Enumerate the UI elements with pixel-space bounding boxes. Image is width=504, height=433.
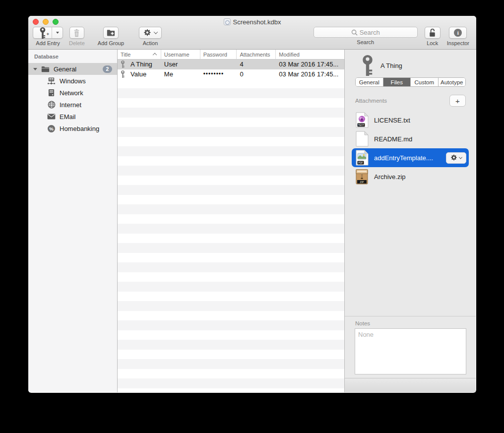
tab-custom[interactable]: Custom <box>411 78 439 86</box>
key-icon <box>121 61 125 68</box>
add-entry-dropdown[interactable] <box>52 27 63 38</box>
attachment-row-archive[interactable]: ZIP Archive.zip <box>352 167 469 186</box>
folder-icon <box>41 66 50 72</box>
chevron-down-icon <box>459 155 462 159</box>
inspector-panel: A Thing General Files Custom Autotype At… <box>345 50 476 392</box>
action-button[interactable] <box>139 27 162 39</box>
sidebar-item-email[interactable]: EMail <box>28 111 117 123</box>
entry-password: •••••••• <box>200 70 237 77</box>
inspector-header: A Thing <box>345 50 476 75</box>
lock-open-icon <box>429 28 436 37</box>
chevron-down-icon <box>154 30 158 34</box>
document-file-icon <box>355 131 369 147</box>
tab-autotype[interactable]: Autotype <box>439 78 466 86</box>
entry-table: Title Username Password Attachments Modi… <box>118 50 345 392</box>
entry-attachments-count: 4 <box>237 61 276 68</box>
attachment-row-readme[interactable]: README.md <box>352 129 469 148</box>
delete-button[interactable] <box>69 27 84 39</box>
search-input[interactable]: Search <box>314 27 418 38</box>
lock-button[interactable] <box>425 27 441 39</box>
notes-label: Notes <box>355 320 370 326</box>
folder-plus-icon <box>107 29 115 36</box>
globe-icon <box>47 101 56 109</box>
inspector-entry-title: A Thing <box>380 62 402 69</box>
sort-ascending-icon <box>153 53 157 57</box>
content: Database General 2 <box>28 50 476 392</box>
attachments-label: Attachments <box>355 98 387 104</box>
sidebar-item-windows[interactable]: Windows <box>28 75 117 87</box>
gear-icon <box>143 29 151 37</box>
trash-icon <box>73 29 80 37</box>
sidebar-item-network[interactable]: Network <box>28 87 117 99</box>
disclosure-triangle-icon[interactable] <box>33 68 37 70</box>
svg-text:ZIP: ZIP <box>360 180 364 183</box>
entry-modified: 03 Mar 2016 17:45... <box>276 61 344 68</box>
inspector-tabs: General Files Custom Autotype <box>355 77 466 87</box>
percent-icon: % <box>47 124 56 133</box>
lock-label: Lock <box>427 40 438 46</box>
empty-rows-area <box>118 79 344 392</box>
inspector-button[interactable]: i <box>449 27 467 39</box>
inspector-label: Inspector <box>447 40 469 46</box>
key-plus-icon[interactable]: + <box>33 27 52 38</box>
add-group-button[interactable] <box>103 27 119 39</box>
attachment-name: LICENSE.txt <box>374 117 466 124</box>
workgroup-icon <box>47 77 56 85</box>
attachment-row-license[interactable]: TEXT LICENSE.txt <box>352 111 469 129</box>
column-header-title[interactable]: Title <box>118 50 161 59</box>
sidebar-item-label: EMail <box>60 113 76 121</box>
app-window: Screenshot.kdbx + Add Entry <box>28 16 476 393</box>
attachment-name: Archive.zip <box>374 173 466 181</box>
svg-text:TEXT: TEXT <box>358 124 364 126</box>
sidebar-item-homebanking[interactable]: % Homebanking <box>28 123 117 134</box>
sidebar-item-label: Network <box>60 89 83 97</box>
toolbar-buttons-row: + Add Entry Delete <box>28 27 476 48</box>
add-entry-label: Add Entry <box>36 40 60 46</box>
delete-label: Delete <box>69 40 85 46</box>
sidebar-item-label: Windows <box>60 77 86 85</box>
zip-file-icon: ZIP <box>355 169 369 185</box>
table-row[interactable]: Value Me •••••••• 0 03 Mar 2016 17:45... <box>118 69 344 79</box>
column-header-username[interactable]: Username <box>161 50 200 59</box>
svg-text:PDF: PDF <box>358 162 363 164</box>
column-header-attachments[interactable]: Attachments <box>237 50 276 59</box>
sidebar-item-internet[interactable]: Internet <box>28 99 117 111</box>
sidebar-item-label: Homebanking <box>60 125 99 132</box>
entry-modified: 03 Mar 2016 17:45... <box>276 70 344 78</box>
tab-general[interactable]: General <box>356 78 383 86</box>
attachment-name: addEntryTemplate.... <box>374 154 446 162</box>
key-icon <box>361 55 374 76</box>
entry-count-badge: 2 <box>103 65 112 73</box>
add-entry-button[interactable]: + <box>33 27 63 39</box>
envelope-icon <box>47 113 56 121</box>
document-icon <box>224 18 231 25</box>
server-icon <box>47 89 56 97</box>
add-group-label: Add Group <box>98 40 124 46</box>
titlebar: Screenshot.kdbx <box>28 18 476 26</box>
entry-username: User <box>161 61 200 68</box>
column-header-modified[interactable]: Modified <box>276 50 344 59</box>
text-file-icon: TEXT <box>355 112 369 128</box>
attachment-name: README.md <box>374 135 466 143</box>
attachments-list: TEXT LICENSE.txt README.md <box>352 111 469 186</box>
divider <box>345 316 476 316</box>
toolbar: Screenshot.kdbx + Add Entry <box>28 16 476 50</box>
attachment-row-addentrytemplate[interactable]: PDF addEntryTemplate.... <box>352 148 469 167</box>
add-attachment-button[interactable]: + <box>449 95 466 107</box>
notes-input[interactable] <box>355 328 466 374</box>
search-placeholder: Search <box>360 29 380 36</box>
gear-icon <box>450 154 457 161</box>
column-header-password[interactable]: Password <box>200 50 237 59</box>
info-icon: i <box>454 29 462 37</box>
sidebar: Database General 2 <box>28 50 118 392</box>
sidebar-item-general[interactable]: General 2 <box>28 63 117 75</box>
tab-files[interactable]: Files <box>383 78 411 86</box>
entry-title: A Thing <box>130 61 152 68</box>
action-label: Action <box>143 40 158 46</box>
sidebar-section-header: Database <box>28 50 117 62</box>
search-label: Search <box>357 39 374 45</box>
sidebar-item-label: Internet <box>60 101 81 109</box>
table-header: Title Username Password Attachments Modi… <box>118 50 344 60</box>
table-row[interactable]: A Thing User 4 03 Mar 2016 17:45... <box>118 60 344 69</box>
attachment-action-menu-button[interactable] <box>446 152 466 164</box>
